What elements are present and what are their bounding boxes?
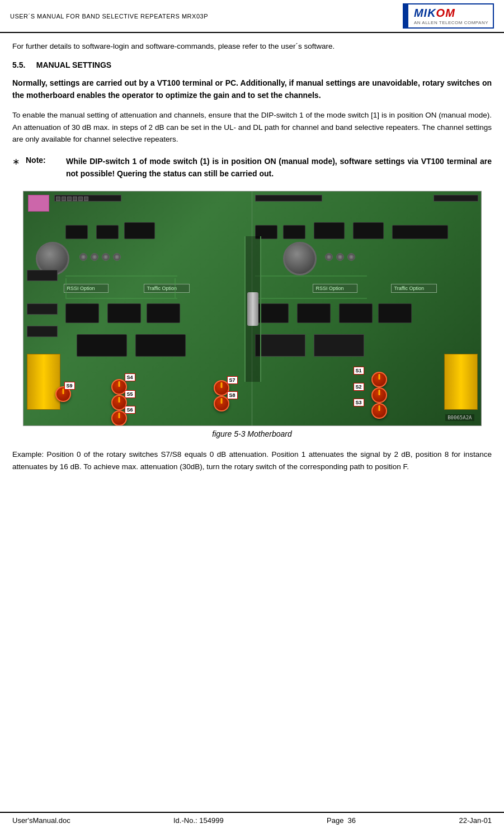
cap-2 bbox=[91, 253, 98, 261]
connector-strip-top-right bbox=[255, 195, 322, 202]
page-container: USER´S MANUAL FOR BAND SELECTIVE REPEATE… bbox=[0, 0, 504, 828]
cap-r2 bbox=[336, 253, 344, 261]
conn-rlow2 bbox=[314, 334, 364, 357]
cap-4 bbox=[113, 253, 121, 261]
conn-rlow1 bbox=[255, 334, 305, 357]
ic-chip-rlow3 bbox=[339, 303, 373, 323]
logo-subtitle: AN ALLEN TELECOM COMPANY bbox=[414, 20, 488, 25]
label-s7: S7 bbox=[227, 376, 238, 384]
intro-text: For further details to software-login an… bbox=[12, 41, 492, 53]
pcb-right-section: RSSI Option Traffic Option bbox=[252, 191, 481, 425]
connector-strip-top-left bbox=[54, 195, 121, 202]
footer-id-value: 154999 bbox=[199, 816, 223, 825]
main-content: For further details to software-login an… bbox=[0, 33, 504, 828]
bold-paragraph: Normally, settings are carried out by a … bbox=[12, 77, 492, 101]
label-s4: S4 bbox=[125, 373, 135, 381]
label-s3: S3 bbox=[354, 399, 364, 406]
cap-3 bbox=[102, 253, 110, 261]
board-id: B0065A2A bbox=[445, 414, 474, 421]
rotary-s3 bbox=[371, 403, 387, 419]
ic-chip-r5 bbox=[392, 225, 448, 239]
logo-om: OM bbox=[436, 7, 455, 20]
label-s8: S8 bbox=[227, 391, 238, 399]
ic-chip-3 bbox=[124, 222, 155, 239]
footer-id-label: Id.-No.: bbox=[173, 816, 197, 825]
example-paragraph: Example: Position 0 of the rotary switch… bbox=[12, 448, 492, 473]
trace-v-1 bbox=[65, 278, 67, 298]
figure-caption: figure 5-3 Motherboard bbox=[12, 429, 492, 438]
trace-h-2 bbox=[65, 298, 177, 299]
normal-paragraph: To enable the manual setting of attenuat… bbox=[12, 109, 492, 146]
ic-chip-2 bbox=[96, 225, 119, 239]
ic-chip-rlow4 bbox=[378, 303, 412, 323]
logo-stripe bbox=[404, 4, 408, 27]
label-s5: S5 bbox=[125, 390, 135, 398]
gold-connector-left bbox=[27, 354, 60, 410]
note-label: Note: bbox=[26, 156, 66, 180]
connector-mid-left3 bbox=[27, 326, 58, 337]
page-header: USER´S MANUAL FOR BAND SELECTIVE REPEATE… bbox=[0, 0, 504, 33]
ic-chip-low-1 bbox=[77, 334, 127, 357]
label-rssi-right: RSSI Option bbox=[313, 284, 357, 293]
note-block: ∗ Note: While DIP-switch 1 of mode switc… bbox=[12, 156, 492, 180]
cap-r3 bbox=[347, 253, 355, 261]
ic-chip-lower-3 bbox=[147, 303, 180, 323]
label-traffic-right: Traffic Option bbox=[391, 284, 437, 293]
section-title: MANUAL SETTINGS bbox=[36, 60, 111, 69]
ic-chip-low-2 bbox=[135, 334, 186, 357]
label-s6: S6 bbox=[125, 406, 135, 414]
connector-pink-left bbox=[28, 195, 49, 212]
trace-rh-2 bbox=[255, 298, 367, 299]
ic-chip-lower-2 bbox=[107, 303, 141, 323]
connector-mid-left2 bbox=[27, 303, 58, 315]
motherboard-image: RSSI Option Traffic Option bbox=[23, 191, 482, 426]
gold-connector-right bbox=[444, 354, 478, 410]
label-rssi-left: RSSI Option bbox=[64, 284, 109, 293]
label-s2: S2 bbox=[354, 383, 364, 391]
footer-page-number: 36 bbox=[348, 816, 356, 825]
label-traffic-left: Traffic Option bbox=[144, 284, 190, 293]
ic-chip-r3 bbox=[314, 222, 345, 239]
note-star: ∗ bbox=[12, 156, 22, 180]
label-s9: S9 bbox=[64, 382, 75, 390]
ic-chip-r4 bbox=[353, 222, 384, 239]
ic-chip-lower-1 bbox=[65, 303, 99, 323]
cap-1 bbox=[79, 253, 87, 261]
section-heading: 5.5. MANUAL SETTINGS bbox=[12, 60, 492, 69]
logo-mik: MIK bbox=[414, 7, 436, 20]
section-number: 5.5. bbox=[12, 60, 25, 69]
label-s1: S1 bbox=[354, 367, 364, 375]
footer-filename: User'sManual.doc bbox=[12, 816, 70, 825]
footer-page-label: Page bbox=[327, 816, 343, 825]
page-footer: User'sManual.doc Id.-No.: 154999 Page 36… bbox=[0, 812, 504, 828]
footer-page: Page 36 bbox=[327, 816, 356, 825]
logo-box: MIK OM AN ALLEN TELECOM COMPANY bbox=[403, 3, 494, 29]
footer-id: Id.-No.: 154999 bbox=[173, 816, 224, 825]
trace-v-2 bbox=[175, 278, 176, 298]
pcb-background: RSSI Option Traffic Option bbox=[23, 191, 481, 425]
footer-date: 22-Jan-01 bbox=[459, 816, 492, 825]
ic-chip-r2 bbox=[283, 225, 305, 239]
ic-chip-1 bbox=[65, 225, 88, 239]
note-text: While DIP-switch 1 of mode switch (1) is… bbox=[66, 156, 492, 180]
cable-center bbox=[247, 292, 258, 326]
rotary-s1 bbox=[371, 372, 387, 387]
ic-chip-rlow2 bbox=[297, 303, 331, 323]
large-component-right bbox=[283, 242, 317, 275]
cap-r1 bbox=[325, 253, 333, 261]
connector-strip-top-right2 bbox=[434, 195, 478, 202]
trace-rh-1 bbox=[255, 275, 367, 277]
trace-h-1 bbox=[65, 275, 177, 277]
header-title: USER´S MANUAL FOR BAND SELECTIVE REPEATE… bbox=[10, 13, 208, 20]
rotary-s2 bbox=[371, 387, 387, 403]
connector-mid-left bbox=[27, 270, 58, 281]
